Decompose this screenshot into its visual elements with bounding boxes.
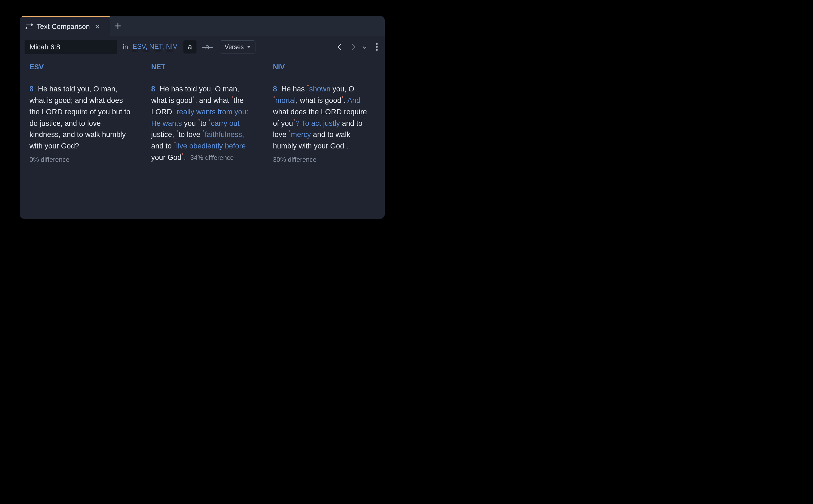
panel-menu-button[interactable]: [374, 41, 380, 53]
diff-marker-icon: °: [175, 107, 177, 112]
strike-diff-toggle[interactable]: a: [201, 40, 214, 53]
column-header-niv[interactable]: NIV: [273, 63, 375, 71]
chevron-right-icon: [350, 44, 356, 50]
view-mode-dropdown[interactable]: Verses: [220, 40, 255, 53]
column-header-esv[interactable]: ESV: [29, 63, 132, 71]
nav-forward-button[interactable]: [348, 42, 358, 52]
diff-marker-icon: °: [182, 153, 184, 158]
difference-pct-esv: 0% difference: [29, 156, 69, 163]
versions-link[interactable]: ESV, NET, NIV: [132, 43, 177, 51]
diff-marker-icon: °: [273, 96, 275, 101]
difference-pct-net: 34% difference: [190, 154, 234, 161]
app-window: Text Comparison in ESV, NET, NIV a a Ver…: [20, 16, 385, 219]
diff-marker-icon: °: [174, 141, 176, 146]
nav-back-button[interactable]: [336, 42, 346, 52]
swap-arrows-icon: [26, 23, 33, 29]
diff-marker-icon: °: [198, 118, 200, 124]
diff-marker-icon: °: [231, 96, 233, 101]
reference-input[interactable]: [25, 40, 117, 54]
verse-number: 8: [29, 85, 34, 93]
verse-niv: 8 He has °shown you, O °mortal, what is …: [273, 83, 375, 152]
show-diff-toggle[interactable]: a: [183, 40, 196, 53]
view-mode-label: Verses: [225, 43, 244, 51]
verse-number: 8: [151, 85, 156, 93]
verse-text: He has told you, O man, what is good°, a…: [151, 85, 248, 162]
tab-title: Text Comparison: [37, 22, 90, 31]
diff-marker-icon: °: [202, 130, 204, 135]
verse-text: He has °shown you, O °mortal, what is go…: [273, 85, 367, 150]
chevron-left-icon: [338, 44, 344, 50]
verse-esv: 8 He has told you, O man, what is good; …: [29, 83, 132, 152]
verse-text: He has told you, O man, what is good; an…: [29, 85, 130, 150]
verse-row: 8 He has told you, O man, what is good; …: [20, 75, 385, 163]
verse-number: 8: [273, 85, 277, 93]
history-nav: [336, 42, 370, 52]
diff-marker-icon: °: [209, 118, 211, 124]
toolbar: in ESV, NET, NIV a a Verses: [20, 36, 385, 59]
chevron-down-icon: [247, 46, 251, 48]
diff-marker-icon: °: [177, 130, 178, 135]
diff-marker-icon: °: [193, 96, 195, 101]
diff-marker-icon: °: [307, 84, 309, 89]
diff-marker-icon: °: [341, 96, 343, 101]
dot-icon: [376, 46, 378, 48]
column-header-net[interactable]: NET: [151, 63, 253, 71]
close-icon[interactable]: [94, 23, 101, 30]
plus-icon: [115, 23, 121, 29]
diff-marker-icon: °: [289, 130, 291, 135]
verse-net: 8 He has told you, O man, what is good°,…: [151, 83, 253, 163]
column-headers: ESV NET NIV: [20, 59, 385, 75]
new-tab-button[interactable]: [110, 16, 126, 36]
dot-icon: [376, 43, 378, 45]
nav-history-menu[interactable]: [360, 42, 370, 52]
chevron-down-icon: [363, 45, 367, 49]
tab-text-comparison[interactable]: Text Comparison: [20, 17, 110, 36]
dot-icon: [376, 49, 378, 51]
tab-strip: Text Comparison: [20, 16, 385, 36]
diff-marker-icon: °: [344, 141, 346, 146]
diff-marker-icon: °: [293, 118, 295, 124]
in-label: in: [123, 43, 128, 51]
difference-pct-niv: 30% difference: [273, 156, 317, 163]
